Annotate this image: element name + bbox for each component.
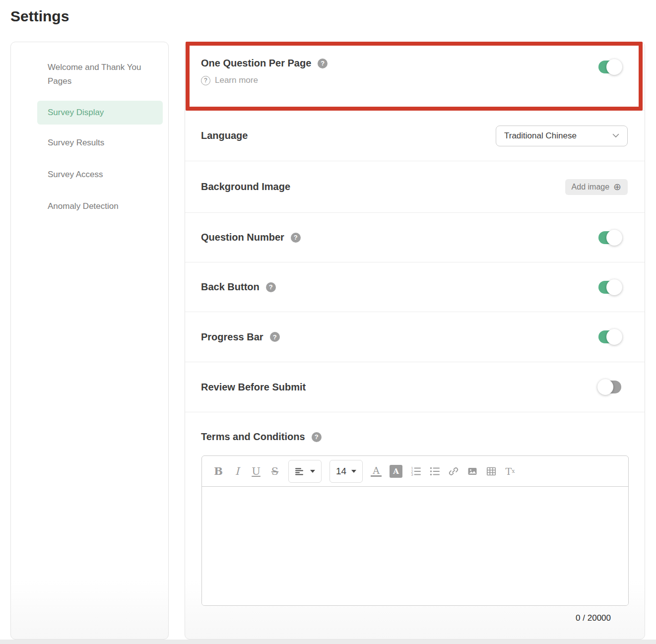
sidebar-item-anomaly-detection[interactable]: Anomaly Detection <box>48 199 168 213</box>
question-circle-icon: ? <box>201 76 210 85</box>
language-select[interactable]: Traditional Chinese <box>496 126 628 146</box>
insert-table-button[interactable] <box>486 461 497 481</box>
chevron-down-icon <box>612 133 619 138</box>
toggle-knob <box>597 379 613 395</box>
background-color-icon: A <box>390 465 402 478</box>
link-button[interactable] <box>448 461 459 481</box>
page-title: Settings <box>10 8 69 25</box>
question-number-label: Question Number <box>201 232 284 243</box>
toggle-knob <box>606 59 622 75</box>
plus-circle-icon: ⊕ <box>613 182 621 192</box>
back-button-label: Back Button <box>201 281 260 293</box>
help-icon[interactable]: ? <box>312 432 322 442</box>
back-button-toggle[interactable] <box>598 281 621 294</box>
ordered-list-icon: 123 <box>410 466 421 477</box>
terms-and-conditions-row: Terms and Conditions ? B I U S <box>185 412 645 640</box>
toggle-knob <box>606 230 622 246</box>
underline-button[interactable]: U <box>251 461 262 481</box>
insert-image-button[interactable] <box>467 461 478 481</box>
add-image-label: Add image <box>572 183 610 192</box>
one-question-per-page-toggle[interactable] <box>598 61 621 73</box>
help-icon[interactable]: ? <box>318 59 328 68</box>
progress-bar-label: Progress Bar <box>201 331 263 343</box>
svg-text:3: 3 <box>411 473 413 476</box>
clear-formatting-t: T <box>506 466 512 477</box>
font-size-value: 14 <box>336 466 346 477</box>
settings-sidebar: Welcome and Thank You Pages Survey Displ… <box>10 42 169 640</box>
background-image-row: Background Image Add image ⊕ <box>185 161 645 213</box>
editor-toolbar: B I U S <box>202 456 628 487</box>
toggle-knob <box>606 279 622 295</box>
question-number-toggle[interactable] <box>598 231 621 244</box>
align-dropdown[interactable] <box>288 460 322 483</box>
image-icon <box>467 466 478 477</box>
character-counter: 0 / 20000 <box>201 613 628 623</box>
sidebar-item-survey-access[interactable]: Survey Access <box>48 168 168 182</box>
background-image-label: Background Image <box>201 181 290 193</box>
review-before-submit-toggle[interactable] <box>598 381 621 393</box>
learn-more-label: Learn more <box>215 75 258 85</box>
one-question-per-page-label: One Question Per Page <box>201 58 311 69</box>
table-icon <box>486 466 497 477</box>
question-number-row: Question Number ? <box>185 213 645 262</box>
one-question-per-page-label-group: One Question Per Page ? <box>201 58 328 69</box>
sidebar-item-welcome-thankyou-pages[interactable]: Welcome and Thank You Pages <box>48 61 163 88</box>
terms-editor-input[interactable] <box>202 487 628 606</box>
survey-display-panel: One Question Per Page ? ? Learn more Lan… <box>185 42 645 640</box>
progress-bar-toggle[interactable] <box>598 330 621 343</box>
strikethrough-button[interactable]: S <box>269 461 280 481</box>
text-color-button[interactable]: A <box>371 465 382 477</box>
page-bottom-strip <box>0 640 656 644</box>
caret-down-icon <box>351 470 356 473</box>
language-row: Language Traditional Chinese <box>185 111 645 161</box>
link-icon <box>448 466 459 477</box>
help-icon[interactable]: ? <box>270 332 280 342</box>
help-icon[interactable]: ? <box>291 233 301 243</box>
clear-formatting-x: x <box>512 468 515 474</box>
language-label: Language <box>201 130 248 141</box>
learn-more-link[interactable]: ? Learn more <box>201 75 328 85</box>
sidebar-item-survey-display[interactable]: Survey Display <box>37 101 163 125</box>
bold-button[interactable]: B <box>213 461 224 481</box>
add-image-button[interactable]: Add image ⊕ <box>565 179 628 195</box>
review-before-submit-label: Review Before Submit <box>201 382 306 393</box>
sidebar-item-survey-results[interactable]: Survey Results <box>48 136 168 150</box>
help-icon[interactable]: ? <box>266 282 276 292</box>
italic-button[interactable]: I <box>232 461 243 481</box>
caret-down-icon <box>310 470 315 473</box>
bullet-list-button[interactable] <box>429 461 440 481</box>
back-button-row: Back Button ? <box>185 262 645 312</box>
rich-text-editor: B I U S <box>201 455 629 606</box>
language-selected-value: Traditional Chinese <box>504 131 577 141</box>
clear-formatting-button[interactable]: Tx <box>505 461 516 481</box>
progress-bar-row: Progress Bar ? <box>185 312 645 362</box>
align-left-icon <box>295 467 304 476</box>
terms-and-conditions-label: Terms and Conditions <box>201 431 305 443</box>
review-before-submit-row: Review Before Submit <box>185 362 645 412</box>
toggle-knob <box>606 329 622 345</box>
background-color-button[interactable]: A <box>390 461 402 481</box>
bullet-list-icon <box>429 466 440 477</box>
ordered-list-button[interactable]: 123 <box>410 461 421 481</box>
font-size-dropdown[interactable]: 14 <box>329 460 363 483</box>
one-question-per-page-row: One Question Per Page ? ? Learn more <box>185 42 645 111</box>
